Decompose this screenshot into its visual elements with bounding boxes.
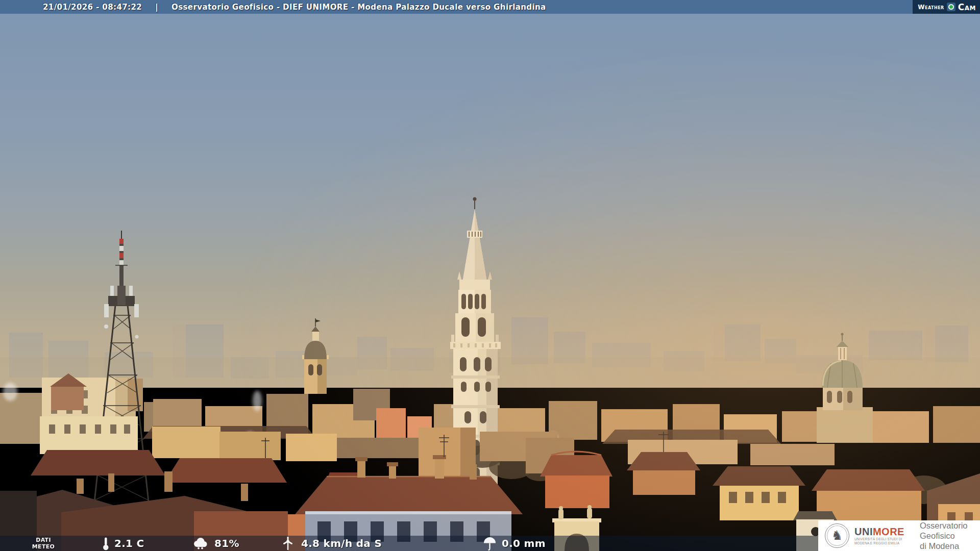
wind-reading: 4.8 km/h da S <box>280 536 382 551</box>
weathercam-logo[interactable]: Weather Cam <box>913 0 980 14</box>
humidity-value: 81% <box>214 537 239 549</box>
temperature-value: 2.1 C <box>114 537 144 549</box>
weather-data-label: DATI METEO <box>26 537 61 550</box>
page-title: Osservatorio Geofisico - DIEF UNIMORE - … <box>172 3 546 12</box>
unimore-brand-more: MORE <box>873 526 904 537</box>
webcam-page: 21/01/2026 - 08:47:22 | Osservatorio Geo… <box>0 0 980 551</box>
observatory-name-line2: di Modena <box>920 541 980 551</box>
sun-glow <box>0 0 980 551</box>
observatory-name-line1: Osservatorio Geofisico <box>920 520 980 541</box>
weather-data-label-line2: METEO <box>26 543 61 550</box>
unimore-logo[interactable]: ♞ UNIMORE UNIVERSITÀ DEGLI STUDI DI MODE… <box>818 520 980 551</box>
unimore-brand: UNIMORE <box>854 526 915 537</box>
weathercam-logo-cam: Cam <box>958 2 976 12</box>
camera-lens-icon <box>947 3 955 11</box>
weathercam-logo-weather: Weather <box>918 4 944 11</box>
unimore-subtitle-line1: UNIVERSITÀ DEGLI STUDI DI <box>854 537 915 541</box>
wind-icon <box>280 537 296 550</box>
weather-data-label-line1: DATI <box>26 537 61 543</box>
precipitation-value: 0.0 mm <box>502 537 546 549</box>
humidity-reading: 81% <box>192 536 239 551</box>
top-bar: 21/01/2026 - 08:47:22 | Osservatorio Geo… <box>0 0 980 14</box>
unimore-wordmark: UNIMORE UNIVERSITÀ DEGLI STUDI DI MODENA… <box>854 526 915 545</box>
unimore-brand-uni: UNI <box>854 526 873 537</box>
separator: | <box>155 3 158 12</box>
temperature-reading: 2.1 C <box>102 536 144 551</box>
webcam-photo <box>0 0 980 551</box>
umbrella-icon <box>483 537 497 550</box>
observatory-name: Osservatorio Geofisico di Modena <box>920 520 980 551</box>
unimore-seal-icon: ♞ <box>825 523 849 548</box>
timestamp: 21/01/2026 - 08:47:22 <box>43 3 142 12</box>
precipitation-reading: 0.0 mm <box>483 536 546 551</box>
unimore-subtitle-line2: MODENA E REGGIO EMILIA <box>854 541 915 545</box>
wind-value: 4.8 km/h da S <box>301 537 382 549</box>
seal-knight-glyph: ♞ <box>831 529 843 542</box>
thermometer-icon <box>102 537 109 550</box>
humidity-icon <box>192 537 209 549</box>
